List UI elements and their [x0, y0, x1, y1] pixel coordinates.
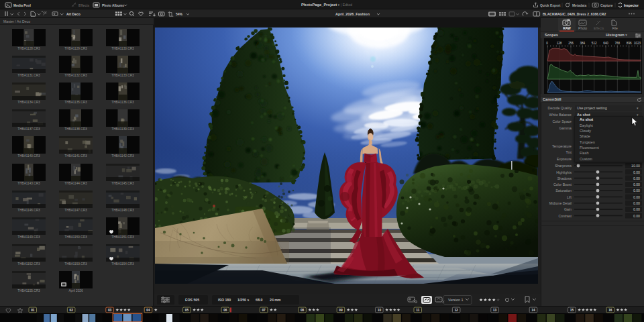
svg-text:06: 06: [223, 309, 227, 312]
svg-text:0.00: 0.00: [633, 182, 640, 186]
svg-text:01: 01: [31, 309, 35, 312]
svg-text:April_2026_Fashion: April_2026_Fashion: [335, 12, 370, 16]
svg-text:0.00: 0.00: [633, 170, 640, 174]
svg-text:08: 08: [301, 309, 305, 312]
svg-text:09: 09: [339, 309, 343, 312]
svg-text:Inspector: Inspector: [624, 4, 639, 7]
svg-text:Effects: Effects: [78, 4, 90, 7]
svg-text:Photo: Photo: [578, 26, 587, 30]
svg-text:Art Deco: Art Deco: [66, 12, 80, 16]
svg-text:15: 15: [570, 309, 574, 312]
svg-text:128: 128: [557, 42, 562, 45]
svg-text:12: 12: [454, 309, 458, 312]
svg-text:Highlights: Highlights: [556, 170, 572, 174]
svg-text:Color Boost: Color Boost: [553, 182, 572, 186]
svg-text:10: 10: [378, 309, 382, 312]
svg-text:14: 14: [531, 309, 535, 312]
svg-text:512: 512: [592, 42, 597, 45]
svg-text:384: 384: [580, 42, 585, 45]
svg-text:Saturation: Saturation: [555, 189, 572, 193]
svg-text:Metadata: Metadata: [572, 4, 586, 7]
svg-text:1/250 s: 1/250 s: [237, 298, 249, 302]
svg-text:640: 640: [603, 42, 608, 45]
svg-text:16: 16: [608, 309, 612, 312]
svg-text:ISO 180: ISO 180: [218, 298, 231, 302]
svg-text:File: File: [612, 26, 618, 30]
svg-text:768: 768: [614, 42, 620, 45]
svg-text:03: 03: [108, 309, 112, 312]
svg-text:10.00: 10.00: [631, 164, 640, 168]
svg-text:256: 256: [568, 42, 574, 45]
svg-text:Version 1: Version 1: [448, 298, 463, 302]
svg-text:Photo Albums: Photo Albums: [102, 4, 124, 7]
svg-text:05: 05: [185, 309, 189, 312]
svg-text:0.00: 0.00: [633, 214, 640, 218]
svg-text:0.00: 0.00: [633, 195, 640, 199]
svg-text:1023: 1023: [634, 42, 641, 45]
svg-text:Midtone Detail: Midtone Detail: [549, 201, 572, 205]
svg-text:11: 11: [416, 309, 419, 312]
svg-text:0: 0: [546, 42, 548, 45]
svg-text:0.00: 0.00: [633, 189, 640, 193]
svg-text:Lift: Lift: [567, 195, 572, 199]
svg-text:04: 04: [146, 309, 150, 312]
svg-text:13: 13: [493, 309, 497, 312]
svg-text:54%: 54%: [176, 12, 183, 16]
svg-text:896: 896: [627, 42, 632, 45]
svg-text:Quick Export: Quick Export: [540, 4, 561, 7]
svg-text:02: 02: [70, 309, 74, 312]
svg-text:EOS 505: EOS 505: [185, 298, 199, 302]
svg-text:24 mm: 24 mm: [270, 298, 281, 302]
svg-text:Sharpness: Sharpness: [555, 164, 572, 168]
svg-text:Media Pool: Media Pool: [13, 4, 31, 7]
svg-text:RAW: RAW: [563, 26, 571, 30]
svg-text:Effects: Effects: [594, 26, 604, 30]
svg-text:0.00: 0.00: [633, 207, 640, 211]
svg-text:Gain: Gain: [564, 207, 572, 211]
svg-text:Capture: Capture: [600, 4, 613, 7]
svg-text:f/8.0: f/8.0: [256, 298, 262, 302]
svg-text:Shadows: Shadows: [557, 176, 572, 180]
svg-text:Contrast: Contrast: [558, 214, 572, 218]
svg-text:BLACKMAGIC_0426_Dress 2_6166.C: BLACKMAGIC_0426_Dress 2_6166.CR2: [543, 12, 606, 16]
svg-text:07: 07: [262, 309, 266, 312]
svg-text:0.00: 0.00: [633, 176, 640, 180]
svg-text:0.00: 0.00: [633, 201, 640, 205]
